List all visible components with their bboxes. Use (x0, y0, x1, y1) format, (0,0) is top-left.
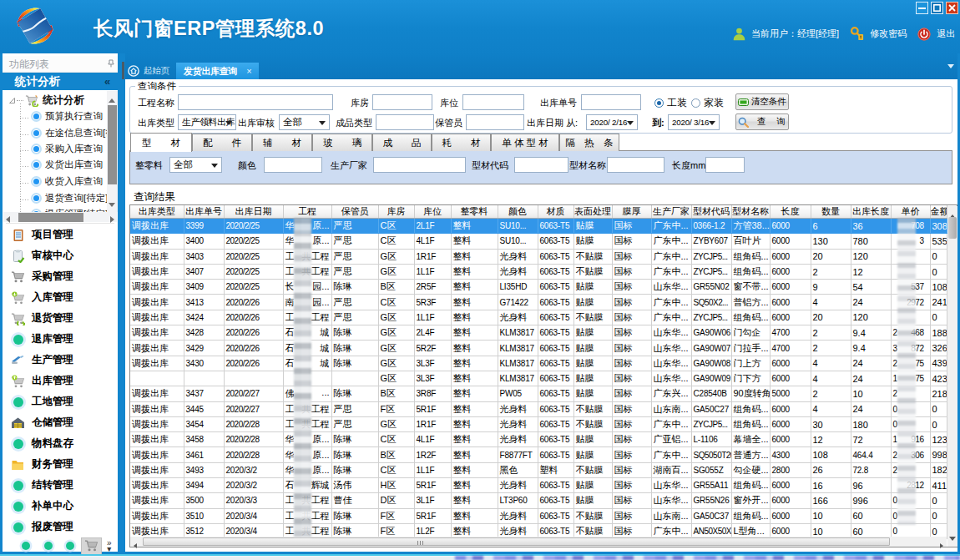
grid-row[interactable]: 调拨出库34092020/2/25长园...陈琳B区2R5F整料LI35HD60… (130, 280, 947, 295)
grid-row[interactable]: 调拨出库35102020/3/4工共工程陈琳F区5R1F整料光身料6063-T5… (130, 508, 947, 523)
project-name-input[interactable] (178, 94, 333, 110)
sidebar-splitter[interactable] (118, 53, 125, 552)
sidebar-item-1[interactable]: 审核中心 (3, 245, 118, 266)
grid-col-header[interactable]: 库位 (414, 205, 451, 219)
tree-root[interactable]: 统计分析 (8, 93, 84, 108)
tab-home[interactable]: 起始页 (126, 63, 176, 79)
grid-col-header[interactable]: 库房 (378, 205, 414, 219)
out-type-combo[interactable]: 生产领料出库 (178, 114, 236, 130)
radio-gongzhuang[interactable]: 工装 (654, 96, 687, 110)
date-to-combo[interactable]: 2020/ 3/16 (668, 114, 720, 130)
tab-close-icon[interactable]: × (246, 66, 251, 76)
grid-vscrollbar-thumb[interactable] (948, 217, 957, 239)
grid-row[interactable]: 调拨出库33992020/2/25华原...严思C区2L1F整料SU10...6… (130, 219, 947, 234)
sidebar-item-12[interactable]: 结转管理 (3, 475, 118, 496)
grid-horizontal-scrollbar[interactable] (130, 537, 947, 547)
sidebar-item-8[interactable]: 工地管理 (3, 391, 118, 412)
warehouse-input[interactable] (372, 94, 432, 110)
grid-col-header[interactable]: 生产厂家 (651, 205, 691, 219)
grid-row[interactable]: 调拨出库34072020/2/25工共工程严思G区1L1F整料光身料6063-T… (130, 264, 947, 279)
overflow-chevron-icon[interactable]: »▾ (107, 540, 112, 552)
sidebar-item-6[interactable]: 生产管理 (3, 350, 118, 371)
tree-item[interactable]: 采购入库查询 (31, 143, 103, 155)
grid-row[interactable]: 调拨出库34542020/2/28工共工程严思G区1R1F整料光身料6063-T… (130, 416, 947, 431)
grid-row[interactable]: 调拨出库34582020/2/28华原...陈琳C区4L1F整料光身料6063-… (130, 432, 947, 447)
grid-col-header[interactable]: 保管员 (331, 205, 378, 219)
tree-hscrollbar-thumb[interactable] (18, 213, 83, 222)
category-tab-5[interactable]: 耗 材 (432, 134, 491, 151)
grid-vertical-scrollbar[interactable] (947, 206, 957, 547)
search-button[interactable]: 查 询 (735, 114, 789, 130)
maximize-button[interactable] (931, 2, 943, 14)
sidebar-item-4[interactable]: 退货管理 (3, 308, 118, 329)
keeper-input[interactable] (466, 114, 524, 130)
audit-combo[interactable]: 全部 (279, 114, 330, 130)
clear-button[interactable]: 清空条件 (735, 93, 789, 110)
tree-vscrollbar-thumb[interactable] (108, 105, 117, 184)
grid-col-header[interactable]: 出库单号 (184, 205, 224, 219)
category-tab-6[interactable]: 单 体 型 材 (491, 134, 559, 151)
sidebar-item-2[interactable]: 采购管理 (3, 266, 118, 287)
length-input[interactable] (705, 157, 745, 173)
product-type-input[interactable] (376, 114, 434, 130)
tree-item[interactable]: 预算执行查询 (31, 110, 103, 123)
grid-col-header[interactable]: 膜厚 (612, 205, 651, 219)
grid-row[interactable]: 调拨出库34292020/2/26石城陈琳G区5R2F整料KLM38176063… (130, 341, 947, 356)
change-password-link[interactable]: 修改密码 (870, 28, 907, 40)
category-tab-0[interactable]: 型 材 (130, 133, 192, 152)
grid-col-header[interactable]: 数量 (811, 205, 851, 219)
grid-col-header[interactable]: 整零料 (451, 205, 498, 219)
radio-jiazhuang[interactable]: 家装 (691, 96, 724, 110)
grid-col-header[interactable]: 型材名称 (731, 205, 770, 219)
grid-row[interactable]: 调拨出库34932020/3/2华原...陈琳C区1L1F整料黑色塑料不贴膜国标… (130, 462, 947, 477)
grid-row[interactable]: 调拨出库34282020/2/26石城陈琳G区2L4F整料KLM38176063… (130, 325, 947, 341)
grid-col-header[interactable]: 颜色 (498, 205, 538, 219)
order-no-input[interactable] (581, 94, 641, 110)
maker-input[interactable] (373, 157, 466, 173)
grid-row[interactable]: 调拨出库34002020/2/25华原...严思C区4L1F整料SU10...6… (130, 234, 947, 249)
close-button[interactable] (946, 2, 958, 14)
tree-item[interactable]: 退货查询[待定] (31, 192, 108, 204)
sidebar-item-10[interactable]: 物料盘存 (3, 433, 118, 454)
category-tab-1[interactable]: 配 件 (192, 134, 252, 151)
grid-col-header[interactable]: 工程 (283, 205, 331, 219)
grid-col-header[interactable]: 材质 (538, 205, 573, 219)
pin-icon[interactable] (108, 59, 114, 68)
sidebar-item-5[interactable]: 退库管理 (3, 329, 118, 350)
grid-col-header[interactable]: 型材代码 (691, 205, 731, 219)
grid-col-header[interactable]: 表面处理 (573, 205, 612, 219)
sidebar-item-11[interactable]: 财务管理 (3, 454, 118, 475)
grid-row[interactable]: 调拨出库34132020/2/26南园...严思C区5R3F整料G7142260… (130, 295, 947, 310)
grid-col-header[interactable]: 出库日期 (224, 205, 283, 219)
sidebar-item-0[interactable]: 项目管理 (3, 225, 118, 245)
sidebar-item-14[interactable]: 报废管理 (3, 517, 118, 537)
grid-row[interactable]: 调拨出库34452020/2/27工共工程严思F区5R1F整料光身料6063-T… (130, 401, 947, 416)
whole-combo[interactable]: 全部 (169, 157, 222, 173)
tree-item[interactable]: 发货出库查询 (31, 159, 103, 171)
grid-row[interactable]: 调拨出库34032020/2/25工共工程严思G区1R1F整料光身料6063-T… (130, 249, 947, 264)
logout-link[interactable]: 退出 (937, 28, 955, 40)
tab-list-chevron-icon[interactable] (947, 64, 954, 68)
sidebar-group-header[interactable]: 统计分析 (3, 73, 118, 90)
category-tab-3[interactable]: 玻 璃 (312, 134, 372, 151)
sidebar-item-3[interactable]: 入库管理 (3, 287, 118, 308)
grid-col-header[interactable]: 单价 (891, 205, 930, 219)
sidebar-item-9[interactable]: 仓储管理 (3, 412, 118, 433)
grid-row[interactable]: 调拨出库34302020/2/26石城陈琳G区3L3F整料KLM38176063… (130, 356, 947, 371)
tab-active[interactable]: 发货出库查询× (176, 63, 259, 79)
tree-horizontal-scrollbar[interactable] (3, 212, 117, 222)
category-tab-2[interactable]: 辅 材 (252, 134, 312, 151)
grid-hscrollbar-thumb[interactable] (143, 537, 890, 546)
grid-col-header[interactable]: 出库类型 (130, 205, 184, 219)
location-input[interactable] (462, 94, 524, 110)
sidebar-item-7[interactable]: 出库管理 (3, 371, 118, 391)
grid-row[interactable]: 调拨出库34612020/2/28华原...陈琳B区1R2F整料F8877FT6… (130, 447, 947, 462)
sidebar-item-13[interactable]: 补单中心 (3, 496, 118, 517)
collapse-icon[interactable]: « (104, 75, 110, 88)
code-input[interactable] (514, 157, 568, 173)
color-input[interactable] (264, 157, 322, 173)
minimize-button[interactable] (916, 2, 928, 14)
grid-row[interactable]: 调拨出库34372020/2/27佛...陈琳B区3R8F整料PW056063-… (130, 386, 947, 401)
tree-item[interactable]: 收货入库查询 (31, 175, 103, 188)
tree-vertical-scrollbar[interactable] (107, 91, 118, 212)
